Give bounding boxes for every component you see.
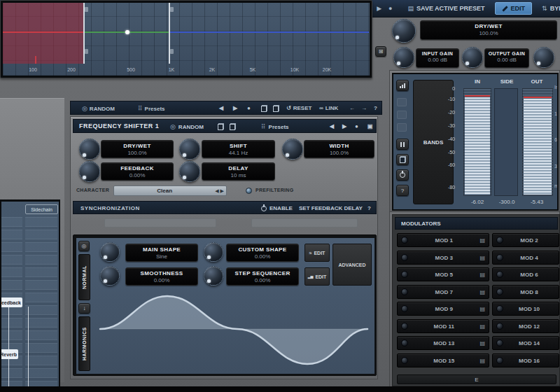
save-active-preset-button[interactable]: ▤ SAVE ACTIVE PRESET bbox=[408, 5, 485, 12]
band-2-node[interactable] bbox=[125, 30, 130, 34]
dropdown-arrows-icon[interactable]: ◀ ▶ bbox=[215, 188, 226, 194]
limiter-knob[interactable] bbox=[533, 47, 554, 68]
custom-shape-display[interactable]: CUSTOM SHAPE 0.00% bbox=[226, 244, 299, 262]
mod-2-button[interactable]: MOD 2 bbox=[492, 233, 559, 247]
mod-14-button[interactable]: MOD 14 bbox=[492, 336, 559, 350]
sync-help-button[interactable]: ? bbox=[368, 205, 371, 211]
rack-copy-button[interactable] bbox=[261, 105, 267, 112]
reverb-node[interactable]: Reverb bbox=[1, 349, 18, 359]
main-shape-display[interactable]: MAIN SHAPE Sine bbox=[125, 244, 198, 262]
step-sequencer-display[interactable]: STEP SEQUENCER 0.00% bbox=[226, 267, 299, 286]
rack-undo-button[interactable]: ← bbox=[349, 105, 355, 111]
main-shape-knob[interactable] bbox=[100, 242, 120, 262]
meter-options-button[interactable] bbox=[396, 80, 409, 91]
mod-knob[interactable] bbox=[496, 340, 503, 346]
shifter-dry-wet-display[interactable]: DRY/WET 100.0% bbox=[101, 140, 174, 158]
modulators-collapse-button[interactable]: E bbox=[397, 374, 556, 384]
mod-knob[interactable] bbox=[401, 254, 408, 261]
prefiltering-toggle[interactable] bbox=[246, 188, 252, 194]
smoothness-knob[interactable] bbox=[100, 266, 120, 286]
feedback-knob[interactable] bbox=[79, 161, 100, 182]
edit-button[interactable]: EDIT bbox=[495, 2, 533, 15]
mod-knob[interactable] bbox=[496, 323, 503, 330]
rack-reset-button[interactable]: ↺RESET bbox=[286, 105, 312, 111]
feedback-display[interactable]: FEEDBACK 0.00% bbox=[101, 162, 174, 181]
eq-expand-button[interactable]: ⊞ bbox=[375, 46, 386, 57]
shifter-header[interactable]: FREQUENCY SHIFTER 1 ◎RANDOM ⠿Presets ◀ ▶… bbox=[73, 119, 377, 133]
mod-knob[interactable] bbox=[496, 288, 503, 295]
mod-1-button[interactable]: MOD 1▤ bbox=[397, 233, 489, 247]
mod-5-button[interactable]: MOD 5▤ bbox=[397, 267, 489, 281]
rack-help-button[interactable]: ? bbox=[374, 105, 377, 111]
shifter-detach-button[interactable]: ▣ bbox=[368, 123, 373, 130]
smoothness-display[interactable]: SMOOTHNESS 0.00% bbox=[125, 267, 198, 286]
rack-prev-button[interactable]: ◀ bbox=[219, 105, 223, 111]
mod-8-button[interactable]: MOD 8 bbox=[492, 285, 559, 299]
band-1-gain-line[interactable] bbox=[3, 31, 83, 33]
delay-display[interactable]: DELAY 10 ms bbox=[202, 162, 275, 181]
shifter-prev-button[interactable]: ◀ bbox=[330, 123, 334, 130]
meter-power-button[interactable] bbox=[396, 169, 409, 181]
meter-help-button[interactable]: ? bbox=[396, 185, 409, 196]
master-dry-wet-display[interactable]: DRY/WET 100.0% bbox=[420, 20, 557, 40]
tab-harmonics[interactable]: HARMONICS bbox=[78, 316, 90, 371]
sidechain-node[interactable]: Sidechain bbox=[25, 204, 58, 214]
mod-knob[interactable] bbox=[496, 271, 503, 278]
band-3-gain-line[interactable] bbox=[170, 31, 369, 33]
mod-6-button[interactable]: MOD 6 bbox=[492, 267, 559, 281]
shift-display[interactable]: SHIFT 44.1 Hz bbox=[202, 140, 275, 158]
mod-knob[interactable] bbox=[496, 254, 503, 261]
band-split-1-handle[interactable] bbox=[83, 3, 85, 64]
modulators-header[interactable]: MODULATORS bbox=[395, 217, 558, 230]
band-frequency-display[interactable]: 100 200 500 1K 2K 5K 10K 20K bbox=[3, 3, 370, 76]
master-dry-wet-knob[interactable] bbox=[392, 19, 416, 43]
band-1-region[interactable] bbox=[3, 3, 83, 64]
width-display[interactable]: WIDTH 100.0% bbox=[304, 140, 374, 158]
shift-knob[interactable] bbox=[179, 139, 200, 160]
mod-knob[interactable] bbox=[496, 237, 503, 244]
shifter-copy-button[interactable] bbox=[218, 123, 224, 130]
mod-knob[interactable] bbox=[496, 305, 503, 312]
rack-menu-button[interactable]: ● bbox=[247, 105, 251, 111]
mod-knob[interactable] bbox=[401, 340, 408, 346]
mod-3-button[interactable]: MOD 3▤ bbox=[397, 251, 489, 265]
custom-shape-knob[interactable] bbox=[204, 242, 223, 262]
mod-11-button[interactable]: MOD 11▤ bbox=[397, 319, 489, 333]
rack-redo-button[interactable]: → bbox=[361, 105, 367, 111]
rack-random-button[interactable]: ◎RANDOM bbox=[82, 105, 115, 112]
mod-4-button[interactable]: MOD 4 bbox=[492, 251, 559, 265]
output-gain-display[interactable]: OUTPUT GAIN 0.00 dB bbox=[484, 48, 529, 68]
mod-knob[interactable] bbox=[401, 288, 408, 295]
mod-menu-icon[interactable]: ▤ bbox=[479, 289, 485, 295]
mod-menu-icon[interactable]: ▤ bbox=[479, 340, 485, 346]
routing-graph[interactable]: Sidechain Feedback Reverb 3 4 bbox=[1, 202, 59, 392]
mod-knob[interactable] bbox=[496, 357, 503, 364]
shifter-random-button[interactable]: ◎RANDOM bbox=[170, 123, 204, 130]
meter-detach-button[interactable] bbox=[396, 154, 409, 165]
mod-15-button[interactable]: MOD 15▤ bbox=[397, 354, 489, 368]
rack-next-button[interactable]: ▶ bbox=[233, 105, 237, 111]
rack-paste-button[interactable] bbox=[273, 105, 279, 112]
output-gain-knob[interactable] bbox=[462, 47, 483, 68]
rack-presets-button[interactable]: ⠿Presets bbox=[138, 105, 165, 112]
preset-menu-button[interactable]: ● bbox=[388, 5, 392, 12]
shifter-presets-button[interactable]: ⠿Presets bbox=[261, 123, 289, 130]
mod-knob[interactable] bbox=[401, 357, 408, 364]
mod-menu-icon[interactable]: ▤ bbox=[479, 306, 485, 312]
shifter-dry-wet-knob[interactable] bbox=[79, 139, 100, 160]
mod-knob[interactable] bbox=[401, 305, 408, 312]
tab-normal[interactable]: NORMAL bbox=[78, 254, 90, 300]
mod-9-button[interactable]: MOD 9▤ bbox=[397, 302, 489, 316]
edit-step-sequencer-button[interactable]: ▂▅ EDIT bbox=[304, 267, 330, 286]
shape-scroll-down-button[interactable]: ↓ bbox=[78, 303, 90, 314]
input-gain-knob[interactable] bbox=[393, 47, 414, 68]
shifter-menu-button[interactable]: ● bbox=[355, 123, 358, 130]
set-feedback-delay-button[interactable]: SET FEEDBACK DELAY bbox=[299, 205, 363, 211]
synchronization-header[interactable]: SYNCHRONIZATION ENABLE SET FEEDBACK DELA… bbox=[73, 201, 377, 214]
step-sequencer-knob[interactable] bbox=[204, 266, 223, 286]
mod-16-button[interactable]: MOD 16 bbox=[492, 354, 559, 368]
sync-enable-button[interactable]: ENABLE bbox=[261, 205, 293, 211]
sine-wave-display[interactable] bbox=[94, 291, 372, 371]
mod-menu-icon[interactable]: ▤ bbox=[479, 237, 485, 244]
rack-link-button[interactable]: ∞LINK bbox=[319, 105, 338, 111]
